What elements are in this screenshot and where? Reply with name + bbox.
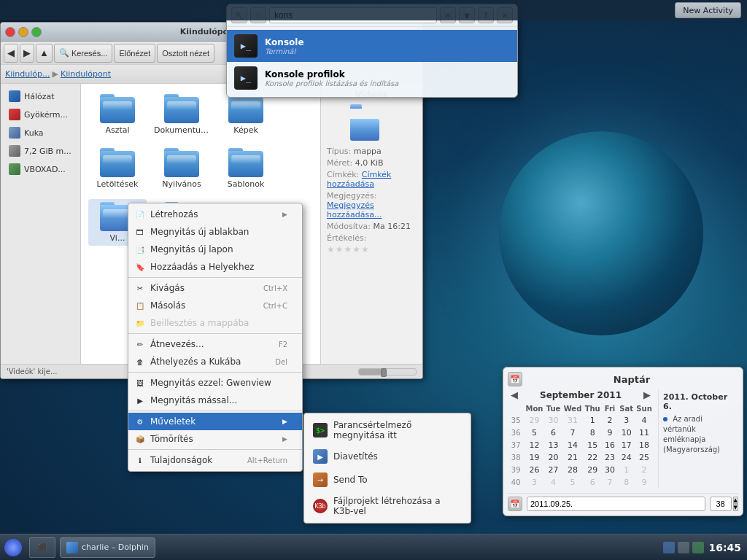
ctx-open-new-tab[interactable]: 📑 Megnyitás új lapon <box>128 241 302 258</box>
forward-button[interactable]: ▶ <box>20 44 34 63</box>
calendar-day[interactable]: 5 <box>524 427 544 439</box>
calendar-day[interactable]: 31 <box>562 414 584 427</box>
ctx-open-new-window[interactable]: 🗔 Megnyitás új ablakban <box>128 223 302 241</box>
week-down-button[interactable]: ▼ <box>733 504 738 511</box>
calendar-day[interactable]: 6 <box>584 476 602 489</box>
ctx-cut[interactable]: ✂ Kivágás Ctrl+X <box>128 279 302 297</box>
list-item[interactable]: Letöltések <box>88 145 147 192</box>
calendar-day[interactable]: 7 <box>562 427 584 439</box>
calendar-day[interactable]: 22 <box>584 451 602 464</box>
calendar-icon-button[interactable]: 📅 <box>508 372 522 386</box>
notes-link[interactable]: Megjegyzés hozzáadása... <box>327 201 382 219</box>
star-2[interactable]: ★ <box>336 244 344 254</box>
calendar-day[interactable]: 30 <box>545 414 562 427</box>
minimize-button[interactable] <box>18 27 28 37</box>
calendar-day[interactable]: 19 <box>524 451 544 464</box>
sidebar-item-trash[interactable]: Kuka <box>3 124 78 141</box>
calendar-day[interactable]: 23 <box>602 451 618 464</box>
calendar-day[interactable]: 11 <box>635 427 654 439</box>
ctx-create[interactable]: 📄 Létrehozás ▶ <box>128 206 302 223</box>
rating-stars[interactable]: ★ ★ ★ ★ ★ <box>327 244 417 254</box>
calendar-day[interactable]: 20 <box>545 451 562 464</box>
week-input[interactable] <box>710 497 732 511</box>
star-4[interactable]: ★ <box>352 244 360 254</box>
calendar-day[interactable]: 16 <box>602 439 618 451</box>
calendar-day[interactable]: 13 <box>545 439 562 451</box>
battery-tray-icon[interactable] <box>692 542 704 553</box>
ctx-add-places[interactable]: 🔖 Hozzáadás a Helyekhez <box>128 258 302 276</box>
new-activity-button[interactable]: New Activity <box>675 2 741 18</box>
calendar-day[interactable]: 2 <box>602 414 618 427</box>
calendar-day[interactable]: 7 <box>602 476 618 489</box>
network-tray-icon[interactable] <box>663 542 675 553</box>
calendar-day[interactable]: 26 <box>524 464 544 476</box>
split-view-button[interactable]: Osztott nézet <box>157 44 214 63</box>
ctx-trash[interactable]: 🗑 Áthelyezés a Kukába Del <box>128 353 302 370</box>
sidebar-item-vbox[interactable]: VBOXAD... <box>3 160 78 178</box>
calendar-day[interactable]: 2 <box>635 464 654 476</box>
preview-button[interactable]: Előnézet <box>114 44 155 63</box>
maximize-button[interactable] <box>31 27 42 37</box>
dolphin-taskbar-item[interactable]: charlie – Dolphin <box>60 537 155 558</box>
ctx-rename[interactable]: ✏ Átnevezés... F2 <box>128 335 302 353</box>
ctx-compress[interactable]: 📦 Tömörítés ▶ <box>128 430 302 448</box>
up-button[interactable]: ▲ <box>36 44 53 63</box>
list-item[interactable]: Sablonok <box>217 145 275 192</box>
calendar-day[interactable]: 4 <box>545 476 562 489</box>
calendar-day[interactable]: 28 <box>562 464 584 476</box>
calendar-day[interactable]: 8 <box>584 427 602 439</box>
close-button[interactable] <box>5 27 15 37</box>
calendar-day[interactable]: 30 <box>602 464 618 476</box>
calendar-day[interactable]: 1 <box>584 414 602 427</box>
breadcrumb-current[interactable]: Kiindulópont <box>61 69 111 79</box>
ctx-open-gwenview[interactable]: 🖼 Megnyitás ezzel: Gwenview <box>128 374 302 392</box>
calendar-day[interactable]: 3 <box>618 414 635 427</box>
submenu-k3b[interactable]: K3b Fájlprojekt létrehozása a K3b-vel <box>304 491 471 521</box>
date-input[interactable] <box>527 497 705 511</box>
sidebar-item-drive[interactable]: 7,2 GiB m... <box>3 142 78 160</box>
krunner-result-profiles[interactable]: ▶_ Konsole profilok Konsole profilok lis… <box>227 62 517 94</box>
calendar-day[interactable]: 4 <box>635 414 654 427</box>
list-item[interactable]: Dokumentumok <box>152 91 211 138</box>
calendar-day[interactable]: 1 <box>618 464 635 476</box>
ctx-copy[interactable]: 📋 Másolás Ctrl+C <box>128 297 302 314</box>
calendar-day[interactable]: 29 <box>524 414 544 427</box>
star-1[interactable]: ★ <box>327 244 335 254</box>
star-3[interactable]: ★ <box>344 244 352 254</box>
submenu-slideshow[interactable]: ▶ Diavetítés <box>304 445 471 468</box>
calendar-day[interactable]: 5 <box>562 476 584 489</box>
calendar-day[interactable]: 29 <box>584 464 602 476</box>
calendar-day[interactable]: 8 <box>618 476 635 489</box>
list-item[interactable]: Asztal <box>88 91 147 138</box>
start-button[interactable] <box>0 534 26 561</box>
calendar-day[interactable]: 9 <box>635 476 654 489</box>
calendar-day[interactable]: 27 <box>545 464 562 476</box>
calendar-day[interactable]: 17 <box>618 439 635 451</box>
today-button[interactable]: 📅 <box>508 497 522 511</box>
star-5[interactable]: ★ <box>361 244 369 254</box>
calendar-day[interactable]: 14 <box>562 439 584 451</box>
breadcrumb-home[interactable]: Kiindulóp... <box>5 69 50 79</box>
calendar-day[interactable]: 24 <box>618 451 635 464</box>
ctx-muveletek[interactable]: ⚙ Műveletek ▶ $> Parancsértelmező megnyi… <box>128 413 302 430</box>
submenu-sendto[interactable]: → Send To <box>304 468 471 491</box>
calendar-day[interactable]: 10 <box>618 427 635 439</box>
list-item[interactable]: Képek <box>217 91 275 138</box>
krunner-result-konsole[interactable]: ▶_ Konsole Terminál <box>227 30 517 62</box>
back-button[interactable]: ◀ <box>4 44 18 63</box>
submenu-terminal[interactable]: $> Parancsértelmező megnyitása itt <box>304 416 471 445</box>
desktop-pager[interactable]: ⬛ <box>29 537 55 558</box>
calendar-day[interactable]: 12 <box>524 439 544 451</box>
next-month-button[interactable]: ▶ <box>640 389 654 400</box>
list-item[interactable]: Nyilvános <box>152 145 211 192</box>
calendar-day[interactable]: 9 <box>602 427 618 439</box>
zoom-slider-handle[interactable] <box>381 368 387 377</box>
calendar-day[interactable]: 15 <box>584 439 602 451</box>
sidebar-item-root[interactable]: Gyökérm... <box>3 106 78 123</box>
calendar-day[interactable]: 6 <box>545 427 562 439</box>
calendar-day[interactable]: 21 <box>562 451 584 464</box>
audio-tray-icon[interactable] <box>678 542 689 553</box>
week-up-button[interactable]: ▲ <box>733 497 738 504</box>
calendar-day[interactable]: 25 <box>635 451 654 464</box>
ctx-properties[interactable]: ℹ Tulajdonságok Alt+Return <box>128 451 302 469</box>
